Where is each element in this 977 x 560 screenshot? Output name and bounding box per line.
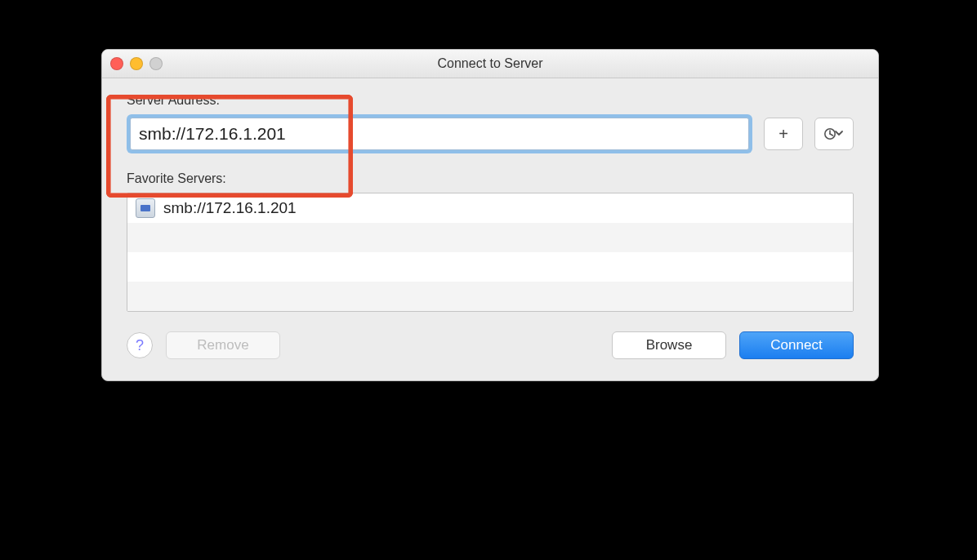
favorite-servers-label: Favorite Servers: [127,171,854,186]
clock-history-icon [823,127,845,141]
connect-button[interactable]: Connect [739,331,854,359]
connect-button-label: Connect [770,337,822,353]
minimize-window-button[interactable] [130,57,143,70]
window-controls [110,50,163,78]
server-address-label: Server Address: [127,93,854,108]
window-content: Server Address: + Favorite Servers: [102,78,878,380]
remove-button[interactable]: Remove [166,331,280,359]
help-icon: ? [136,337,144,354]
server-address-row: + [127,114,854,153]
list-row-empty [127,282,853,311]
favorite-servers-list[interactable]: smb://172.16.1.201 [127,193,854,312]
favorite-server-row[interactable]: smb://172.16.1.201 [127,193,853,223]
connect-to-server-window: Connect to Server Server Address: + Favo… [101,49,879,381]
browse-button-label: Browse [646,337,693,353]
zoom-window-button[interactable] [149,57,163,70]
titlebar: Connect to Server [102,50,878,78]
browse-button[interactable]: Browse [612,331,726,359]
window-title: Connect to Server [438,56,543,71]
server-address-input[interactable] [130,118,749,150]
recent-servers-button[interactable] [814,118,854,150]
dialog-button-row: ? Remove Browse Connect [127,331,854,359]
list-row-empty [127,223,853,252]
list-row-empty [127,252,853,282]
help-button[interactable]: ? [127,332,153,358]
svg-line-2 [830,134,833,136]
remove-button-label: Remove [197,337,248,353]
add-favorite-button[interactable]: + [764,118,803,150]
favorite-server-url: smb://172.16.1.201 [163,199,297,217]
server-address-focus-ring [127,114,752,153]
plus-icon: + [778,125,788,144]
server-icon [136,198,155,218]
close-window-button[interactable] [110,57,123,70]
